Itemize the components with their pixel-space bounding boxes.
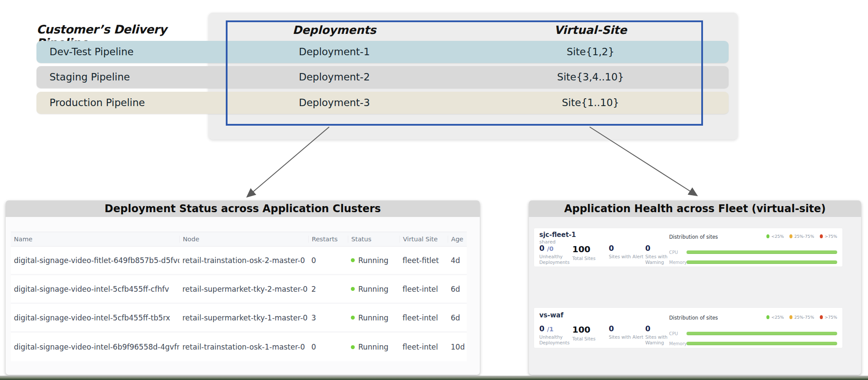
stat-label: Unhealthy Deployments xyxy=(539,334,575,345)
stat-sites-with-alert: 0 Sites with Alert xyxy=(609,244,650,260)
node-name: retail-trainstation-osk-1-master-0 xyxy=(179,343,308,351)
age: 4d xyxy=(448,256,467,265)
table-row: digital-signage-video-intel-5cfb455ff-tb… xyxy=(11,304,467,333)
stat-total-sites: 100 Total Sites xyxy=(572,244,608,261)
column-header-age: Age xyxy=(448,236,467,243)
column-header-name: Name xyxy=(11,236,179,243)
table-row: digital-signage-video-fitlet-649fb857b5-… xyxy=(11,247,467,275)
running-status-icon xyxy=(351,345,355,349)
table-row: digital-signage-video-intel-6b9f96558d-4… xyxy=(11,333,467,361)
column-header-virtual-site: Virtual Site xyxy=(399,236,448,243)
status-cell: Running xyxy=(348,313,399,322)
age: 6d xyxy=(448,313,467,322)
node-name: retail-supermarket-tky-2-master-0 xyxy=(179,285,308,293)
cpu-label: CPU xyxy=(669,331,678,336)
pod-name: digital-signage-video-intel-6b9f96558d-4… xyxy=(11,343,179,351)
restart-count: 0 xyxy=(308,343,348,351)
pod-name: digital-signage-video-intel-5cfb455ff-tb… xyxy=(11,313,179,322)
status-text: Running xyxy=(358,313,389,322)
cpu-distribution-row: CPU xyxy=(669,331,837,336)
stat-total-sites: 100 Total Sites xyxy=(572,324,608,342)
stat-sites-with-alert: 0 Sites with Alert xyxy=(609,324,650,340)
green-dot-icon xyxy=(766,234,769,238)
restart-count: 3 xyxy=(308,313,348,322)
stat-unhealthy-deployments: 0 /1 Unhealthy Deployments xyxy=(539,324,575,345)
memory-bar xyxy=(686,260,837,264)
pod-name: digital-signage-video-intel-5cfb455ff-cf… xyxy=(11,285,179,293)
distribution-legend: <25% 25%-75% >75% xyxy=(766,234,837,239)
deployments-table: Name Node Restarts Status Virtual Site A… xyxy=(11,232,467,361)
distribution-title: Distribution of sites xyxy=(669,234,718,240)
virtual-site: fleet-intel xyxy=(399,285,448,293)
deployments-highlight-box xyxy=(226,20,703,126)
deployment-status-panel: Deployment Status across Application Clu… xyxy=(6,200,480,375)
yellow-dot-icon xyxy=(789,234,792,238)
memory-label: Memory xyxy=(669,341,687,346)
application-health-panel: Application Health across Fleet (virtual… xyxy=(529,200,861,375)
column-header-status: Status xyxy=(348,236,399,243)
legend-item-high: >75% xyxy=(820,234,837,239)
stat-label: Sites with Alert xyxy=(609,334,650,340)
alert-value: 0 xyxy=(609,324,650,333)
memory-label: Memory xyxy=(669,260,687,265)
column-header-node: Node xyxy=(179,236,308,243)
fleet-name: sjc-fleet-1 xyxy=(539,231,576,239)
cpu-bar xyxy=(686,250,837,254)
stat-label: Total Sites xyxy=(572,336,608,342)
restart-count: 0 xyxy=(308,256,348,265)
memory-distribution-row: Memory xyxy=(669,260,837,264)
fleet-health-card: sjc-fleet-1 shared 0 /0 Unhealthy Deploy… xyxy=(534,228,842,267)
unhealthy-total: /0 xyxy=(547,245,554,252)
fleet-health-card: vs-waf 0 /1 Unhealthy Deployments 100 To… xyxy=(534,308,842,348)
stat-label: Total Sites xyxy=(572,256,608,261)
virtual-site: fleet-intel xyxy=(399,313,448,322)
memory-distribution-row: Memory xyxy=(669,341,837,346)
virtual-site: fleet-intel xyxy=(399,343,448,351)
stat-unhealthy-deployments: 0 /0 Unhealthy Deployments xyxy=(539,244,575,265)
table-row: digital-signage-video-intel-5cfb455ff-cf… xyxy=(11,275,467,304)
running-status-icon xyxy=(351,316,355,320)
status-text: Running xyxy=(358,343,389,351)
distribution-legend: <25% 25%-75% >75% xyxy=(766,315,837,320)
table-header-row: Name Node Restarts Status Virtual Site A… xyxy=(11,232,467,247)
memory-bar xyxy=(686,342,837,345)
pod-name: digital-signage-video-fitlet-649fb857b5-… xyxy=(11,256,179,265)
legend-item-low: <25% xyxy=(766,315,784,320)
cpu-label: CPU xyxy=(669,250,678,255)
running-status-icon xyxy=(351,287,355,291)
total-sites-value: 100 xyxy=(572,244,608,254)
red-dot-icon xyxy=(820,234,823,238)
restart-count: 2 xyxy=(308,285,348,293)
application-health-panel-title: Application Health across Fleet (virtual… xyxy=(529,200,861,217)
node-name: retail-trainstation-osk-2-master-0 xyxy=(179,256,308,265)
column-header-restarts: Restarts xyxy=(308,236,348,243)
cpu-distribution-row: CPU xyxy=(669,250,837,254)
legend-item-mid: 25%-75% xyxy=(789,315,814,320)
green-dot-icon xyxy=(766,315,769,319)
legend-item-low: <25% xyxy=(766,234,784,239)
total-sites-value: 100 xyxy=(572,324,608,335)
red-dot-icon xyxy=(820,315,823,319)
unhealthy-value: 0 xyxy=(539,324,545,333)
pipeline-row-label: Production Pipeline xyxy=(50,92,145,114)
deployment-status-panel-title: Deployment Status across Application Clu… xyxy=(6,200,480,217)
age: 10d xyxy=(448,343,467,351)
bottom-edge-bar xyxy=(0,376,868,380)
stat-label: Unhealthy Deployments xyxy=(539,254,575,265)
pipeline-row-label: Dev-Test Pipeline xyxy=(50,41,134,63)
legend-item-mid: 25%-75% xyxy=(789,234,814,239)
legend-item-high: >75% xyxy=(820,315,837,320)
pipeline-row-label: Staging Pipeline xyxy=(50,66,130,88)
fleet-name: vs-waf xyxy=(539,311,563,319)
status-cell: Running xyxy=(348,343,399,351)
status-text: Running xyxy=(358,256,389,265)
status-cell: Running xyxy=(348,256,399,265)
virtual-site: fleet-fitlet xyxy=(399,256,448,265)
yellow-dot-icon xyxy=(789,315,792,319)
alert-value: 0 xyxy=(609,244,650,253)
unhealthy-value: 0 xyxy=(539,244,545,253)
running-status-icon xyxy=(351,258,355,262)
age: 6d xyxy=(448,285,467,293)
distribution-title: Distribution of sites xyxy=(669,315,718,321)
stat-label: Sites with Alert xyxy=(609,254,650,260)
